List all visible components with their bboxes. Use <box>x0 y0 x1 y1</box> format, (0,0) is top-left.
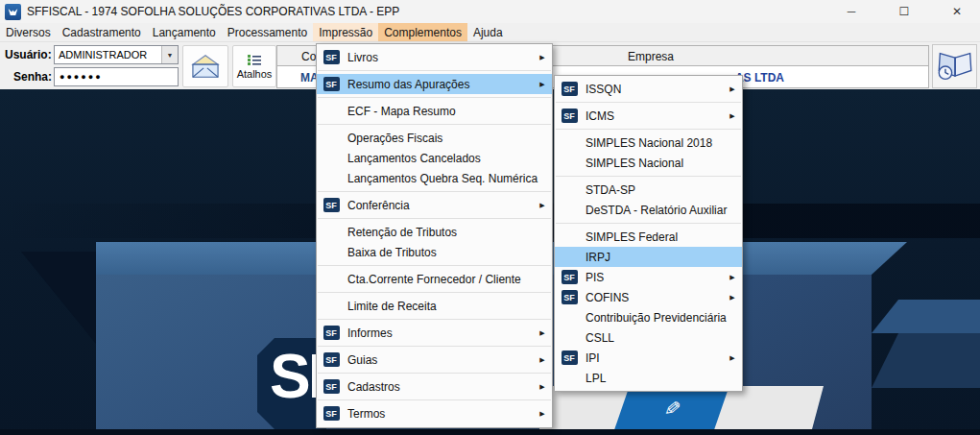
menu-item-label: STDA-SP <box>584 183 740 197</box>
menu-separator <box>555 173 742 180</box>
menu-item-label: COFINS <box>584 291 725 304</box>
submenu-item-contribuicao-previdenciaria[interactable]: Contribuição Previdenciária <box>555 307 742 327</box>
help-book-button[interactable] <box>932 44 977 88</box>
shortcuts-button[interactable]: Atalhos <box>232 45 276 87</box>
menu-item-informes[interactable]: SF Informes ▶ <box>317 323 552 343</box>
menu-item-conferencia[interactable]: SF Conferência ▶ <box>317 195 552 215</box>
menu-item-operacoes-fiscais[interactable]: Operações Fiscais <box>317 128 552 148</box>
menubar-item-lancamento[interactable]: Lançamento <box>147 23 222 41</box>
menu-item-label: ECF - Mapa Resumo <box>346 105 550 118</box>
submenu-arrow-icon: ▶ <box>725 274 740 281</box>
user-label: Usuário: <box>5 48 52 61</box>
menu-item-termos[interactable]: SF Termos ▶ <box>317 403 552 423</box>
title-bar: SFFISCAL - 1974 SOFOLHA SOLUÇÕES CORPORA… <box>0 0 980 23</box>
menu-item-limite-de-receita[interactable]: Limite de Receita <box>317 296 552 316</box>
app-icon <box>5 4 21 20</box>
menu-item-baixa-de-tributos[interactable]: Baixa de Tributos <box>317 242 552 262</box>
menu-separator <box>317 67 552 74</box>
menu-separator <box>317 289 552 296</box>
sf-badge-icon: SF <box>323 198 340 212</box>
sf-badge-icon: SF <box>323 77 340 91</box>
menu-item-label: DeSTDA - Relatório Auxiliar <box>584 204 740 217</box>
menu-item-label: Operações Fiscais <box>346 132 550 145</box>
menu-item-ecf-mapa-resumo[interactable]: ECF - Mapa Resumo <box>317 101 552 121</box>
chevron-down-icon[interactable]: ▼ <box>161 46 178 63</box>
sf-badge-icon: SF <box>562 82 578 96</box>
submenu-item-stda-sp[interactable]: STDA-SP <box>555 180 742 200</box>
menu-item-lancamentos-quebra[interactable]: Lançamentos Quebra Seq. Numérica <box>317 168 552 188</box>
mail-button[interactable] <box>182 45 228 87</box>
submenu-item-csll[interactable]: CSLL <box>555 327 742 348</box>
submenu-item-simples-nacional[interactable]: SIMPLES Nacional <box>555 153 742 173</box>
menu-item-label: SIMPLES Nacional <box>584 157 740 170</box>
menubar-item-diversos[interactable]: Diversos <box>0 23 57 41</box>
menu-item-resumo-das-apuracoes[interactable]: SF Resumo das Apurações ▶ <box>317 74 552 94</box>
submenu-arrow-icon: ▶ <box>535 81 550 88</box>
sf-badge-icon: SF <box>562 290 578 304</box>
window-title: SFFISCAL - 1974 SOFOLHA SOLUÇÕES CORPORA… <box>27 5 399 18</box>
bg-triangle <box>21 252 96 344</box>
menubar-item-ajuda[interactable]: Ajuda <box>467 23 509 41</box>
menu-item-guias[interactable]: SF Guias ▶ <box>317 350 552 370</box>
menu-separator <box>317 370 552 376</box>
menu-separator <box>555 126 742 133</box>
menu-item-label: Cadastros <box>346 380 535 394</box>
bg-chevron-light <box>872 300 980 333</box>
submenu-item-cofins[interactable]: SF COFINS ▶ <box>555 287 742 307</box>
menu-separator <box>317 316 552 323</box>
menu-separator <box>317 397 552 403</box>
menu-item-lancamentos-cancelados[interactable]: Lançamentos Cancelados <box>317 148 552 168</box>
bg-chevron-dark <box>872 333 980 388</box>
menu-item-label: Conferência <box>346 199 535 212</box>
pencil-icon: ✎ <box>659 399 683 418</box>
user-combobox[interactable]: ADMINISTRADOR ▼ <box>54 45 179 64</box>
bg-bottom-strip <box>0 429 980 435</box>
empresa-column-header: Empresa <box>628 50 674 63</box>
menubar-item-impressao[interactable]: Impressão <box>313 23 378 41</box>
menu-item-retencao-de-tributos[interactable]: Retenção de Tributos <box>317 222 552 242</box>
maximize-button[interactable]: ☐ <box>883 0 925 23</box>
open-book-clock-icon <box>937 51 973 82</box>
submenu-item-issqn[interactable]: SF ISSQN ▶ <box>555 79 742 99</box>
menu-item-label: ICMS <box>584 109 725 123</box>
menu-item-label: CSLL <box>584 331 740 345</box>
menu-item-label: LPL <box>584 372 740 385</box>
menu-item-label: ISSQN <box>584 83 725 96</box>
menubar-item-cadastramento[interactable]: Cadastramento <box>57 23 147 41</box>
sf-badge-icon: SF <box>323 326 340 340</box>
sf-badge-icon: SF <box>562 270 578 284</box>
menu-item-cta-corrente[interactable]: Cta.Corrente Fornecedor / Cliente <box>317 269 552 289</box>
minimize-button[interactable]: ─ <box>830 0 872 23</box>
close-button[interactable]: ✕ <box>936 0 978 23</box>
password-label: Senha: <box>13 70 52 84</box>
menu-item-label: Lançamentos Quebra Seq. Numérica <box>346 172 550 185</box>
menu-item-label: IRPJ <box>584 251 740 264</box>
submenu-item-ipi[interactable]: SF IPI ▶ <box>555 348 742 368</box>
menubar-item-processamento[interactable]: Processamento <box>222 23 313 41</box>
submenu-arrow-icon: ▶ <box>725 354 740 362</box>
submenu-item-irpj[interactable]: IRPJ <box>555 247 742 267</box>
submenu-item-simples-federal[interactable]: SIMPLES Federal <box>555 227 742 247</box>
menu-item-livros[interactable]: SF Livros ▶ <box>317 47 552 67</box>
sf-badge-icon: SF <box>562 350 578 365</box>
submenu-item-icms[interactable]: SF ICMS ▶ <box>555 106 742 126</box>
menu-item-cadastros[interactable]: SF Cadastros ▶ <box>317 376 552 397</box>
sf-badge-icon: SF <box>562 109 578 123</box>
menubar-item-complementos[interactable]: Complementos <box>378 23 467 41</box>
submenu-item-lpl[interactable]: LPL <box>555 368 742 388</box>
impressao-menu: SF Livros ▶ SF Resumo das Apurações ▶ EC… <box>316 43 553 428</box>
menu-separator <box>317 121 552 128</box>
menu-item-label: Contribuição Previdenciária <box>584 311 740 325</box>
submenu-item-destda[interactable]: DeSTDA - Relatório Auxiliar <box>555 200 742 220</box>
submenu-item-pis[interactable]: SF PIS ▶ <box>555 267 742 287</box>
menu-separator <box>317 94 552 101</box>
sf-badge-icon: SF <box>323 379 340 394</box>
sf-badge-icon: SF <box>323 406 340 421</box>
user-combobox-value: ADMINISTRADOR <box>59 49 147 60</box>
menu-item-label: Livros <box>346 51 535 64</box>
submenu-item-simples-nacional-2018[interactable]: SIMPLES Nacional 2018 <box>555 133 742 153</box>
left-cell-value-fragment: MA <box>300 71 316 85</box>
submenu-arrow-icon: ▶ <box>535 410 550 418</box>
password-field[interactable]: ●●●●●● <box>54 67 179 86</box>
menu-item-label: PIS <box>584 271 725 284</box>
